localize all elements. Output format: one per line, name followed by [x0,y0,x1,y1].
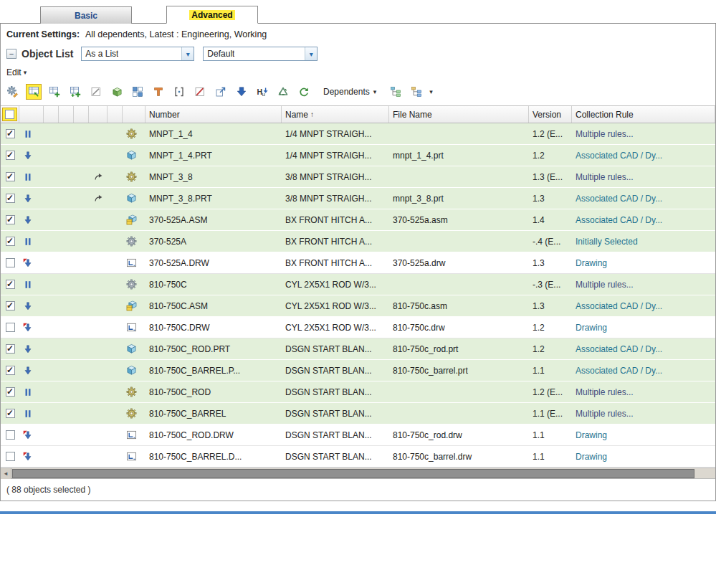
recycle-icon[interactable] [275,84,291,100]
row-checkbox[interactable] [6,129,15,138]
cell-collection-rule[interactable]: Drawing [572,425,715,445]
dependent-flag-arrow-icon [23,430,33,440]
include-selected-icon[interactable] [26,84,42,100]
cell-collection-rule[interactable]: Multiple rules... [572,274,715,295]
refresh-icon[interactable] [296,84,312,100]
row-checkbox[interactable] [6,323,15,332]
row-checkbox[interactable] [6,215,15,224]
scrollbar-thumb[interactable] [12,469,694,478]
cell-collection-rule[interactable]: Associated CAD / Dy... [572,338,715,359]
column-header-file-name[interactable]: File Name [389,106,529,123]
grid-view-icon[interactable] [130,84,145,100]
table-row[interactable]: MNPT_3_83/8 MNPT STRAIGH...1.3 (E...Mult… [1,166,715,188]
exclude-icon[interactable] [192,84,208,100]
dependents-tree-icon[interactable] [388,84,404,100]
brackets-icon[interactable] [171,84,187,100]
collapse-section-button[interactable]: − [6,49,16,59]
row-checkbox[interactable] [6,366,15,375]
column-header-collection-rule[interactable]: Collection Rule [572,106,715,123]
cell-name: DSGN START BLAN... [282,425,389,445]
table-row[interactable]: 810-750C_ROD.DRWDSGN START BLAN...810-75… [1,425,715,446]
select-all-checkbox[interactable] [5,110,14,119]
cell-version: 1.2 [529,317,572,338]
view-select[interactable]: Default ▾ [203,47,318,61]
chevron-down-icon[interactable]: ▾ [429,88,433,95]
empty-cell [108,317,123,338]
row-type-cell [123,231,145,252]
cell-collection-rule[interactable]: Associated CAD / Dy... [572,360,715,381]
tab-basic[interactable]: Basic [40,6,132,24]
row-checkbox[interactable] [6,430,15,440]
cell-collection-rule[interactable]: Drawing [572,317,715,338]
table-row[interactable]: 810-750C_BARRELDSGN START BLAN...1.1 (E.… [1,403,715,425]
cell-collection-rule[interactable]: Associated CAD / Dy... [572,209,715,230]
download-arrow-icon[interactable] [234,84,249,100]
cell-collection-rule[interactable]: Drawing [572,252,715,273]
empty-cell [74,231,89,252]
table-row[interactable]: 370-525ABX FRONT HITCH A...-.4 (E...Init… [1,231,715,252]
checkin-icon[interactable]: Hu [254,84,270,100]
cell-collection-rule[interactable]: Multiple rules... [572,403,715,424]
table-row[interactable]: 810-750CCYL 2X5X1 ROD W/3...-.3 (E...Mul… [1,274,715,295]
add-to-list-icon[interactable] [47,84,62,100]
scroll-left-button[interactable]: ◂ [1,468,11,479]
row-checkbox[interactable] [6,344,15,354]
row-select-cell [1,446,19,467]
cell-number: MNPT_1_4.PRT [145,145,282,166]
table-row[interactable]: 810-750C.DRWCYL 2X5X1 ROD W/3...810-750c… [1,317,715,338]
cell-collection-rule[interactable]: Associated CAD / Dy... [572,145,715,166]
row-checkbox[interactable] [6,301,15,310]
row-checkbox[interactable] [6,452,15,461]
table-row[interactable]: 810-750C_BARREL.D...DSGN START BLAN...81… [1,446,715,468]
slash-square-icon[interactable] [88,84,104,100]
dependents-dropdown[interactable]: Dependents▾ [323,87,376,97]
row-select-cell [1,381,19,402]
row-select-cell [1,403,19,424]
table-row[interactable]: MNPT_1_4.PRT1/4 MNPT STRAIGH...mnpt_1_4.… [1,145,715,166]
row-checkbox[interactable] [6,258,15,267]
table-row[interactable]: 370-525A.DRWBX FRONT HITCH A...370-525a.… [1,252,715,274]
column-header-name[interactable]: Name ↑ [282,106,389,123]
horizontal-scrollbar[interactable]: ◂ [1,468,715,478]
report-tree-icon[interactable] [409,84,424,100]
display-mode-select[interactable]: As a List ▾ [81,47,194,61]
edit-menu[interactable]: Edit ▾ [6,67,27,77]
cell-number: MNPT_3_8 [145,166,282,187]
empty-cell [44,425,59,445]
table-row[interactable]: MNPT_3_8.PRT3/8 MNPT STRAIGH...mnpt_3_8.… [1,188,715,209]
package-icon[interactable] [109,84,125,100]
row-checkbox[interactable] [6,237,15,246]
table-row[interactable]: 810-750C_RODDSGN START BLAN...1.2 (E...M… [1,381,715,403]
new-window-icon[interactable] [213,84,229,100]
cell-collection-rule[interactable]: Associated CAD / Dy... [572,188,715,209]
row-checkbox[interactable] [6,409,15,418]
empty-cell [44,123,59,144]
table-row[interactable]: 810-750C_BARREL.P...DSGN START BLAN...81… [1,360,715,381]
collection-rules-gear-icon[interactable] [5,84,21,100]
table-row[interactable]: 810-750C.ASMCYL 2X5X1 ROD W/3...810-750c… [1,295,715,317]
row-checkbox[interactable] [6,387,15,397]
column-header-version[interactable]: Version [529,106,572,123]
cell-collection-rule[interactable]: Multiple rules... [572,381,715,402]
cell-file-name: 810-750c_barrel.drw [389,446,529,467]
tsquare-icon[interactable] [151,84,166,100]
row-select-cell [1,123,19,144]
tab-advanced[interactable]: Advanced [166,6,258,24]
row-checkbox[interactable] [6,280,15,289]
row-checkbox[interactable] [6,172,15,181]
cell-collection-rule[interactable]: Initially Selected [572,231,715,252]
cell-collection-rule[interactable]: Drawing [572,446,715,467]
row-checkbox[interactable] [6,194,15,203]
empty-cell [74,360,89,381]
pause-icon [23,280,33,290]
cell-collection-rule[interactable]: Associated CAD / Dy... [572,295,715,316]
row-checkbox[interactable] [6,151,15,160]
empty-cell [108,188,123,209]
cell-collection-rule[interactable]: Multiple rules... [572,123,715,144]
column-header-number[interactable]: Number [145,106,282,123]
table-row[interactable]: 370-525A.ASMBX FRONT HITCH A...370-525a.… [1,209,715,231]
add-all-to-list-icon[interactable] [67,84,83,100]
table-row[interactable]: MNPT_1_41/4 MNPT STRAIGH...1.2 (E...Mult… [1,123,715,145]
cell-collection-rule[interactable]: Multiple rules... [572,166,715,187]
table-row[interactable]: 810-750C_ROD.PRTDSGN START BLAN...810-75… [1,338,715,360]
